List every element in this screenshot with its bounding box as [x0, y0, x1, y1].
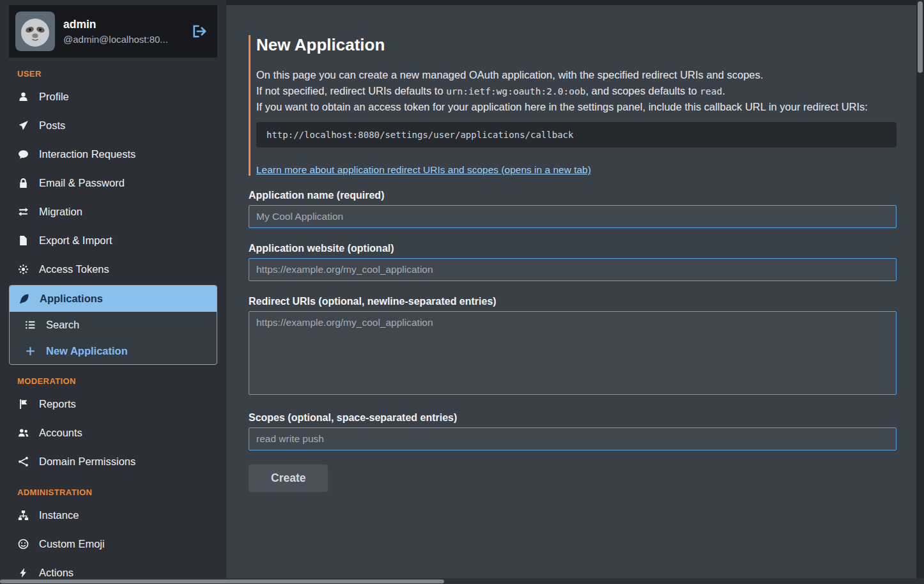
- learn-more-link[interactable]: Learn more about application redirect UR…: [256, 164, 591, 175]
- sidebar-item-label: New Application: [46, 345, 128, 357]
- sidebar-item-label: Migration: [39, 206, 82, 218]
- intro-line2-mid: , and scopes defaults to: [585, 85, 700, 96]
- inline-code-oob: urn:ietf:wg:oauth:2.0:oob: [446, 86, 585, 96]
- vertical-scrollbar-thumb[interactable]: [918, 1, 923, 73]
- exchange-arrows-icon: [17, 206, 29, 218]
- sidebar-item-interaction-requests[interactable]: Interaction Requests: [9, 140, 217, 169]
- sidebar-item-label: Actions: [39, 567, 73, 579]
- redirect-uris-field-group: Redirect URIs (optional, newline-separat…: [249, 296, 897, 397]
- sidebar-item-export-import[interactable]: Export & Import: [9, 226, 217, 255]
- scopes-input[interactable]: [249, 427, 897, 450]
- user-handle: @admin@localhost:80...: [63, 34, 168, 45]
- redirect-uris-label: Redirect URIs (optional, newline-separat…: [249, 296, 897, 307]
- user-meta: admin @admin@localhost:80...: [63, 18, 168, 45]
- sidebar-item-instance[interactable]: Instance: [9, 501, 217, 530]
- scopes-field-group: Scopes (optional, space-separated entrie…: [249, 412, 897, 450]
- sidebar-item-label: Instance: [39, 509, 79, 521]
- avatar: [15, 12, 55, 51]
- application-website-label: Application website (optional): [249, 243, 897, 254]
- application-website-input[interactable]: [249, 258, 897, 281]
- user-icon: [17, 91, 29, 103]
- application-name-label: Application name (required): [249, 190, 897, 201]
- file-export-icon: [17, 234, 29, 247]
- vertical-scrollbar-track[interactable]: [916, 0, 924, 584]
- sidebar-item-label: Domain Permissions: [39, 456, 135, 468]
- sidebar-item-label: Export & Import: [39, 234, 112, 247]
- feather-icon: [18, 293, 30, 305]
- intro-line2-post: .: [722, 85, 725, 96]
- gear-icon: [17, 263, 29, 275]
- sidebar-item-accounts[interactable]: Accounts: [9, 419, 217, 447]
- callback-url-codeblock: http://localhost:8080/settings/user/appl…: [256, 122, 897, 148]
- user-card: admin @admin@localhost:80...: [9, 5, 217, 58]
- form-docs: New Application On this page you can cre…: [249, 35, 897, 176]
- horizontal-scrollbar-thumb[interactable]: [0, 580, 444, 583]
- sidebar-item-label: Posts: [39, 119, 65, 132]
- new-application-form: Application name (required) Application …: [249, 190, 897, 492]
- horizontal-scrollbar-track[interactable]: [0, 578, 924, 584]
- section-header-moderation: MODERATION: [17, 376, 217, 386]
- flag-icon: [17, 398, 29, 410]
- inline-code-read: read: [700, 86, 722, 96]
- sidebar-item-label: Accounts: [39, 427, 82, 439]
- sidebar-item-posts[interactable]: Posts: [9, 111, 217, 140]
- user-name: admin: [63, 18, 168, 31]
- sidebar-item-label: Interaction Requests: [39, 148, 135, 160]
- redirect-uris-textarea[interactable]: [249, 311, 897, 395]
- sidebar-item-migration[interactable]: Migration: [9, 197, 217, 226]
- sidebar-item-label: Profile: [39, 91, 69, 103]
- sidebar-item-search[interactable]: Search: [10, 312, 217, 338]
- plus-icon: [24, 345, 36, 357]
- sidebar-item-new-application[interactable]: New Application: [10, 338, 217, 364]
- sidebar: admin @admin@localhost:80... USER Profil…: [0, 0, 226, 584]
- page-title: New Application: [256, 35, 897, 55]
- paper-plane-icon: [17, 119, 29, 132]
- scopes-label: Scopes (optional, space-separated entrie…: [249, 412, 897, 424]
- intro-line1: On this page you can create a new manage…: [256, 69, 763, 81]
- sidebar-item-custom-emoji[interactable]: Custom Emoji: [9, 530, 217, 558]
- intro-line2-pre: If not specified, redirect URIs defaults…: [256, 85, 446, 96]
- sidebar-item-label: Custom Emoji: [39, 538, 105, 550]
- lock-icon: [17, 177, 29, 189]
- sidebar-item-label: Reports: [39, 398, 76, 410]
- sidebar-item-label: Applications: [40, 293, 103, 305]
- list-icon: [24, 319, 36, 331]
- sidebar-item-profile[interactable]: Profile: [9, 82, 217, 111]
- section-header-administration: ADMINISTRATION: [17, 488, 217, 497]
- intro-text: On this page you can create a new manage…: [256, 67, 897, 115]
- section-header-user: USER: [17, 69, 217, 79]
- sidebar-item-label: Search: [46, 319, 79, 331]
- sitemap-icon: [17, 509, 29, 521]
- comment-icon: [17, 148, 29, 160]
- intro-line3: If you want to obtain an access token fo…: [256, 101, 868, 112]
- bolt-icon: [17, 567, 29, 579]
- application-name-input[interactable]: [249, 205, 897, 228]
- sidebar-nav: USER Profile Posts Interaction Requests …: [0, 69, 226, 584]
- application-website-field-group: Application website (optional): [249, 243, 897, 281]
- sidebar-item-applications[interactable]: Applications: [10, 286, 217, 312]
- users-icon: [17, 427, 29, 439]
- applications-group: Applications Search New Application: [9, 285, 217, 365]
- sidebar-item-domain-permissions[interactable]: Domain Permissions: [9, 447, 217, 476]
- sidebar-item-reports[interactable]: Reports: [9, 390, 217, 419]
- sidebar-item-label: Email & Password: [39, 177, 125, 189]
- main-content: New Application On this page you can cre…: [226, 5, 916, 584]
- sidebar-item-label: Access Tokens: [39, 263, 109, 275]
- create-button[interactable]: Create: [249, 465, 328, 492]
- learn-more-wrap: Learn more about application redirect UR…: [256, 164, 897, 176]
- sidebar-item-access-tokens[interactable]: Access Tokens: [9, 255, 217, 284]
- sidebar-item-email-password[interactable]: Email & Password: [9, 169, 217, 197]
- logout-icon[interactable]: [192, 24, 207, 39]
- application-name-field-group: Application name (required): [249, 190, 897, 228]
- share-nodes-icon: [17, 456, 29, 468]
- smiley-icon: [17, 538, 29, 550]
- sloth-avatar-image: [15, 12, 55, 51]
